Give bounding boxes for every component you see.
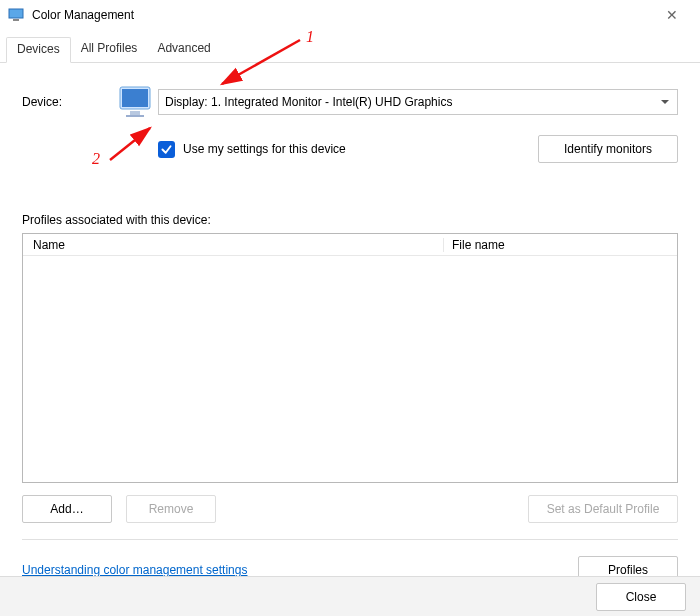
tab-bar: Devices All Profiles Advanced bbox=[0, 30, 700, 63]
window-title: Color Management bbox=[32, 8, 652, 22]
svg-rect-1 bbox=[13, 19, 19, 21]
profiles-table-header: Name File name bbox=[23, 234, 677, 256]
tab-advanced[interactable]: Advanced bbox=[147, 37, 220, 63]
remove-button: Remove bbox=[126, 495, 216, 523]
dialog-footer: Close bbox=[0, 576, 700, 616]
tab-content: Device: Display: 1. Integrated Monitor -… bbox=[0, 63, 700, 594]
svg-rect-3 bbox=[122, 89, 148, 107]
annotation-2: 2 bbox=[92, 150, 100, 168]
profiles-heading: Profiles associated with this device: bbox=[22, 213, 678, 227]
column-filename[interactable]: File name bbox=[443, 238, 659, 252]
annotation-1: 1 bbox=[306, 28, 314, 46]
divider bbox=[22, 539, 678, 540]
help-link[interactable]: Understanding color management settings bbox=[22, 563, 247, 577]
device-dropdown-value: Display: 1. Integrated Monitor - Intel(R… bbox=[165, 95, 452, 109]
svg-rect-5 bbox=[126, 115, 144, 117]
tab-all-profiles[interactable]: All Profiles bbox=[71, 37, 148, 63]
use-settings-row: Use my settings for this device Identify… bbox=[158, 135, 678, 163]
device-dropdown[interactable]: Display: 1. Integrated Monitor - Intel(R… bbox=[158, 89, 678, 115]
device-label: Device: bbox=[22, 95, 118, 109]
close-icon[interactable]: ✕ bbox=[652, 7, 692, 23]
set-default-button: Set as Default Profile bbox=[528, 495, 678, 523]
profiles-table: Name File name bbox=[22, 233, 678, 483]
profile-buttons-row: Add… Remove Set as Default Profile bbox=[22, 495, 678, 523]
tab-devices[interactable]: Devices bbox=[6, 37, 71, 63]
svg-rect-0 bbox=[9, 9, 23, 18]
app-icon bbox=[8, 7, 24, 23]
use-settings-checkbox[interactable] bbox=[158, 141, 175, 158]
identify-monitors-button[interactable]: Identify monitors bbox=[538, 135, 678, 163]
close-button[interactable]: Close bbox=[596, 583, 686, 611]
device-row: Device: Display: 1. Integrated Monitor -… bbox=[22, 85, 678, 119]
use-settings-label: Use my settings for this device bbox=[183, 142, 346, 156]
column-name[interactable]: Name bbox=[23, 238, 443, 252]
add-button[interactable]: Add… bbox=[22, 495, 112, 523]
svg-rect-4 bbox=[130, 111, 140, 115]
monitor-icon bbox=[118, 85, 156, 119]
title-bar: Color Management ✕ bbox=[0, 0, 700, 30]
